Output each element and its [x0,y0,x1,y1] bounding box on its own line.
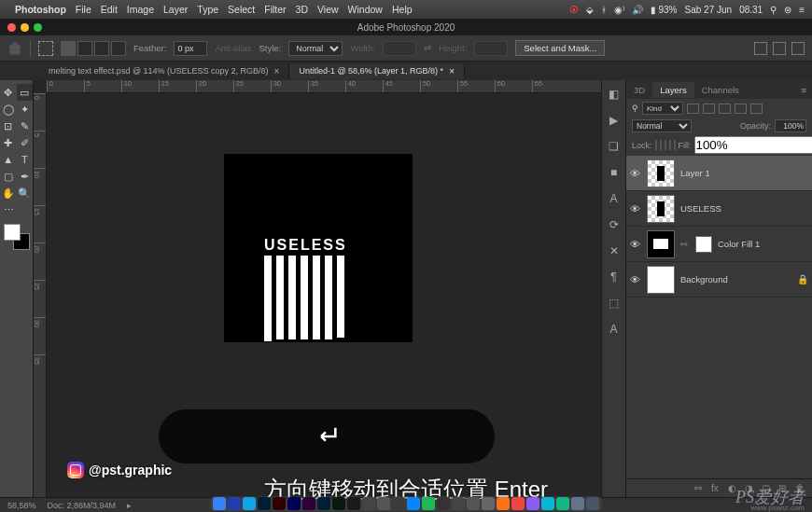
dropbox-icon[interactable]: ⬙ [586,5,594,15]
menu-3d[interactable]: 3D [296,4,308,15]
menu-image[interactable]: Image [127,4,154,15]
close-window-button[interactable] [7,23,16,32]
menu-select[interactable]: Select [228,4,255,15]
dock-app-icon[interactable] [586,497,599,510]
style-select[interactable]: Normal [288,41,343,56]
menu-app[interactable]: Photoshop [15,4,66,15]
feather-input[interactable] [174,41,207,56]
zoom-tool[interactable]: 🔍 [17,185,34,201]
dock-app-icon[interactable] [347,497,360,510]
selection-intersect-button[interactable] [111,41,126,56]
layer-style-icon[interactable]: fx [711,483,722,494]
zoom-level[interactable]: 58,58% [7,501,36,510]
search-icon[interactable]: ⚲ [632,104,638,113]
dock-app-icon[interactable] [273,497,286,510]
menu-file[interactable]: File [76,4,91,15]
edit-toolbar[interactable]: ⋯ [0,201,17,218]
dock-app-icon[interactable] [258,497,271,510]
link-layers-icon[interactable]: ⚯ [694,483,706,494]
dock-app-icon[interactable] [467,497,480,510]
menu-view[interactable]: View [317,4,339,15]
doc-size[interactable]: Doc: 2,86M/3,94M [48,501,117,510]
dock-app-icon[interactable] [407,497,420,510]
crop-tool[interactable]: ⊡ [0,118,17,134]
menu-layer[interactable]: Layer [163,4,188,15]
dock-app-icon[interactable] [317,497,330,510]
dock-app-icon[interactable] [497,497,510,510]
notifications-icon[interactable]: ≡ [799,5,805,15]
layer-row[interactable]: 👁⚯Color Fill 1 [626,227,812,262]
visibility-toggle[interactable]: 👁 [630,274,641,285]
filter-type-icon[interactable] [719,104,731,114]
lock-all-icon[interactable] [674,140,676,150]
selection-add-button[interactable] [77,41,92,56]
dock-app-icon[interactable] [571,497,584,510]
dock-app-icon[interactable] [452,497,465,510]
selection-new-button[interactable] [61,41,76,56]
panel-shortcut-icon[interactable]: A [609,192,617,205]
record-icon[interactable]: ⦿ [569,5,579,15]
document-tab-2[interactable]: Untitled-1 @ 58,6% (Layer 1, RGB/8) * × [289,63,465,79]
dock-app-icon[interactable] [556,497,569,510]
move-tool[interactable]: ✥ [0,84,17,101]
menu-window[interactable]: Window [348,4,383,15]
dock-app-icon[interactable] [482,497,495,510]
lock-artboard-icon[interactable] [669,140,671,150]
panel-shortcut-icon[interactable]: ❏ [609,140,619,153]
layer-name[interactable]: Layer 1 [680,168,710,178]
foreground-color[interactable] [4,224,21,241]
layer-name[interactable]: Background [680,274,728,284]
lock-pixels-icon[interactable] [660,140,662,150]
layer-name[interactable]: Color Fill 1 [718,239,760,249]
filter-kind-select[interactable]: Kind [642,102,683,115]
bluetooth-icon[interactable]: ᚼ [601,5,607,15]
visibility-toggle[interactable]: 👁 [630,239,641,250]
dock-app-icon[interactable] [392,497,405,510]
vertical-ruler[interactable]: 05101520253035 [34,93,47,497]
panel-shortcut-icon[interactable]: ¶ [610,270,616,284]
marquee-tool[interactable]: ▭ [17,84,34,101]
layer-row[interactable]: 👁Layer 1 [626,156,812,191]
workspace-icon[interactable] [773,42,786,55]
panel-shortcut-icon[interactable]: ⬚ [609,297,619,310]
filter-shape-icon[interactable] [735,104,747,114]
panel-shortcut-icon[interactable]: ▶ [609,114,618,127]
panel-shortcut-icon[interactable]: ✕ [609,244,619,257]
volume-icon[interactable]: 🔊 [632,5,643,15]
dock-app-icon[interactable] [541,497,554,510]
time-label[interactable]: 08.31 [739,5,763,15]
dock-app-icon[interactable] [213,497,226,510]
pen-tool[interactable]: ✒ [17,168,34,185]
search-icon[interactable]: ⚲ [770,5,777,15]
battery-icon[interactable]: ▮ 93% [651,5,678,15]
opacity-input[interactable] [775,119,806,132]
share-icon[interactable] [791,42,805,55]
type-tool[interactable]: T [17,151,34,168]
color-swatches[interactable] [4,224,30,250]
layer-thumbnail[interactable] [647,266,675,294]
menu-help[interactable]: Help [392,4,413,15]
dock-app-icon[interactable] [302,497,315,510]
hand-tool[interactable]: ✋ [0,185,17,201]
panel-shortcut-icon[interactable]: A [609,323,617,336]
dock-app-icon[interactable] [377,497,390,510]
shape-tool[interactable]: ▢ [0,168,17,185]
home-button[interactable] [7,42,22,55]
tab-layers[interactable]: Layers [652,82,694,98]
maximize-window-button[interactable] [34,23,42,32]
layer-name[interactable]: USELESS [680,203,721,214]
wifi-icon[interactable]: ◉⁾ [614,5,624,15]
lasso-tool[interactable]: ◯ [0,101,17,118]
horizontal-ruler[interactable]: 05101520253035404550556065 [47,80,601,93]
blend-mode-select[interactable]: Normal [632,119,692,132]
marquee-tool-icon[interactable] [38,41,53,56]
visibility-toggle[interactable]: 👁 [630,168,641,179]
dock-app-icon[interactable] [511,497,525,510]
stamp-tool[interactable]: ▲ [0,151,17,168]
selection-subtract-button[interactable] [94,41,109,56]
menu-type[interactable]: Type [197,4,218,15]
layer-mask-thumbnail[interactable] [695,236,712,253]
wand-tool[interactable]: ✦ [17,101,34,118]
dock-app-icon[interactable] [243,497,256,510]
search-ps-icon[interactable] [754,42,767,55]
